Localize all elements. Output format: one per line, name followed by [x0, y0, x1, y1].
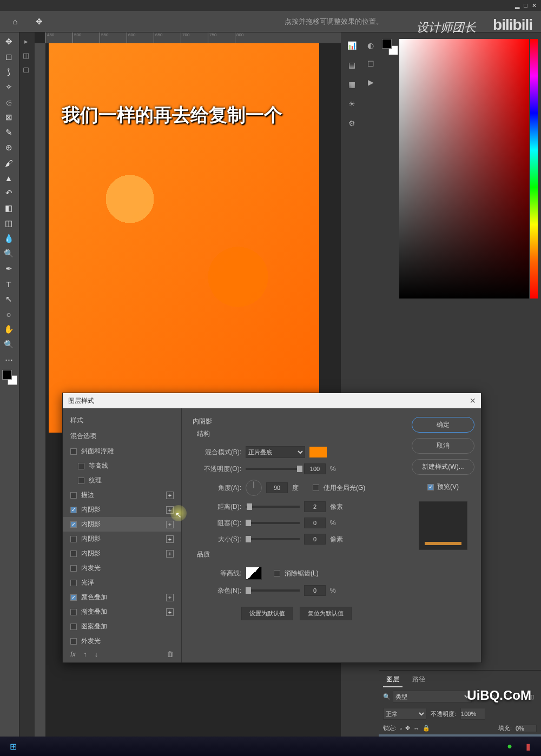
tray-icon[interactable]: ▮ — [522, 740, 535, 753]
blur-tool-icon[interactable]: 💧 — [0, 231, 17, 246]
gradient-tool-icon[interactable]: ◫ — [0, 216, 17, 230]
swatches-icon[interactable]: ◐ — [364, 39, 377, 52]
reset-default-button[interactable]: 复位为默认值 — [300, 607, 352, 620]
eraser-tool-icon[interactable]: ◧ — [0, 201, 17, 215]
style-checkbox[interactable] — [78, 478, 84, 484]
move-tool-icon[interactable]: ✥ — [30, 15, 48, 29]
opacity-slider[interactable] — [246, 468, 300, 470]
add-instance-icon[interactable]: + — [166, 608, 174, 616]
histogram-icon[interactable]: 📊 — [345, 39, 358, 52]
expand-icon[interactable]: ▸ — [19, 35, 32, 48]
choke-input[interactable] — [304, 518, 326, 528]
add-instance-icon[interactable]: + — [166, 550, 174, 558]
shadow-color-swatch[interactable] — [309, 447, 327, 457]
style-checkbox[interactable] — [70, 638, 77, 645]
more-tools-icon[interactable]: ⋯ — [0, 353, 17, 367]
style-item-8[interactable]: 内发光 — [63, 561, 181, 575]
preview-checkbox[interactable]: ✓ — [427, 484, 434, 490]
contour-picker[interactable] — [246, 567, 262, 580]
trash-icon[interactable]: 🗑 — [167, 650, 174, 658]
global-light-checkbox[interactable] — [313, 485, 319, 491]
styles-header[interactable]: 样式 — [63, 413, 181, 428]
fx-icon[interactable]: fx — [70, 650, 76, 658]
style-item-11[interactable]: 渐变叠加+ — [63, 605, 181, 619]
libraries-icon[interactable]: ☐ — [364, 57, 377, 70]
size-input[interactable] — [304, 534, 326, 545]
screenmode-icon[interactable]: ▢ — [19, 63, 32, 76]
move-up-icon[interactable]: ↑ — [83, 650, 87, 658]
tab-paths[interactable]: 路径 — [409, 673, 428, 687]
move-tool-icon[interactable]: ✥ — [0, 35, 17, 49]
distance-slider[interactable] — [246, 506, 300, 508]
style-checkbox[interactable] — [78, 463, 84, 469]
add-instance-icon[interactable]: + — [166, 594, 174, 601]
noise-input[interactable] — [304, 585, 326, 596]
history-brush-icon[interactable]: ↶ — [0, 186, 17, 200]
size-slider[interactable] — [246, 538, 300, 540]
cancel-button[interactable]: 取消 — [412, 438, 474, 454]
style-item-3[interactable]: 描边+ — [63, 488, 181, 502]
close-icon[interactable]: × — [470, 395, 476, 407]
brush-tool-icon[interactable]: 🖌 — [0, 156, 17, 170]
pen-tool-icon[interactable]: ✒ — [0, 262, 17, 276]
foreground-background-colors[interactable] — [2, 370, 17, 385]
close-icon[interactable]: ✕ — [532, 2, 537, 9]
path-tool-icon[interactable]: ↖ — [0, 292, 17, 306]
style-item-5[interactable]: ✓内阴影+ — [63, 517, 181, 532]
style-item-2[interactable]: 纹理 — [63, 473, 181, 488]
style-checkbox[interactable] — [70, 448, 77, 455]
actions-icon[interactable]: ▶ — [364, 76, 377, 89]
add-instance-icon[interactable]: + — [166, 506, 174, 514]
dialog-titlebar[interactable]: 图层样式 × — [63, 393, 481, 408]
navigator-icon[interactable]: ▦ — [345, 78, 358, 91]
style-item-7[interactable]: 内阴影+ — [63, 546, 181, 561]
ok-button[interactable]: 确定 — [412, 417, 474, 433]
filter-type-select[interactable]: 类型 — [393, 691, 472, 702]
style-item-6[interactable]: 内阴影+ — [63, 532, 181, 546]
maximize-icon[interactable]: □ — [524, 2, 527, 9]
add-instance-icon[interactable]: + — [166, 535, 174, 543]
style-item-12[interactable]: 图案叠加 — [63, 619, 181, 634]
lock-pixels-icon[interactable]: ▫ — [400, 725, 402, 732]
style-item-1[interactable]: 等高线 — [63, 459, 181, 473]
zoom-tool-icon[interactable]: 🔍 — [0, 337, 17, 352]
marquee-tool-icon[interactable]: ◻ — [0, 50, 17, 64]
dodge-tool-icon[interactable]: 🔍 — [0, 247, 17, 261]
move-down-icon[interactable]: ↓ — [95, 650, 98, 658]
style-checkbox[interactable] — [70, 624, 77, 630]
lasso-tool-icon[interactable]: ⟆ — [0, 65, 17, 79]
type-tool-icon[interactable]: T — [0, 277, 17, 291]
stamp-tool-icon[interactable]: ▲ — [0, 171, 17, 185]
opacity-input[interactable] — [460, 708, 485, 720]
lock-all-icon[interactable]: 🔒 — [423, 725, 430, 732]
distance-input[interactable] — [304, 501, 326, 512]
style-item-9[interactable]: 光泽 — [63, 575, 181, 590]
wand-tool-icon[interactable]: ✧ — [0, 80, 17, 94]
search-icon[interactable]: 🔍 — [383, 693, 391, 700]
add-instance-icon[interactable]: + — [166, 521, 174, 528]
style-checkbox[interactable] — [70, 492, 77, 499]
style-item-4[interactable]: ✓内阴影+ — [63, 502, 181, 517]
eyedropper-tool-icon[interactable]: ✎ — [0, 125, 17, 140]
style-item-0[interactable]: 斜面和浮雕 — [63, 444, 181, 459]
adjustments-icon[interactable]: ☀ — [345, 97, 358, 110]
angle-dial[interactable] — [246, 480, 262, 496]
new-style-button[interactable]: 新建样式(W)... — [412, 459, 474, 475]
frame-tool-icon[interactable]: ⊠ — [0, 110, 17, 124]
properties-icon[interactable]: ⚙ — [345, 117, 358, 130]
hue-slider[interactable] — [530, 39, 538, 299]
lock-position-icon[interactable]: ✥ — [405, 725, 410, 732]
style-checkbox[interactable] — [70, 580, 77, 586]
style-checkbox[interactable] — [70, 551, 77, 557]
wechat-icon[interactable]: ● — [503, 740, 516, 753]
quickmask-icon[interactable]: ◫ — [19, 49, 32, 62]
style-checkbox[interactable]: ✓ — [70, 521, 77, 528]
current-color-swatch[interactable] — [382, 39, 395, 52]
lock-artboard-icon[interactable]: ↔ — [413, 725, 419, 732]
style-checkbox[interactable] — [70, 565, 77, 572]
style-checkbox[interactable]: ✓ — [70, 594, 77, 601]
minimize-icon[interactable]: ▂ — [515, 2, 519, 9]
shape-tool-icon[interactable]: ○ — [0, 307, 17, 321]
style-checkbox[interactable] — [70, 609, 77, 615]
opacity-input[interactable] — [304, 463, 326, 474]
